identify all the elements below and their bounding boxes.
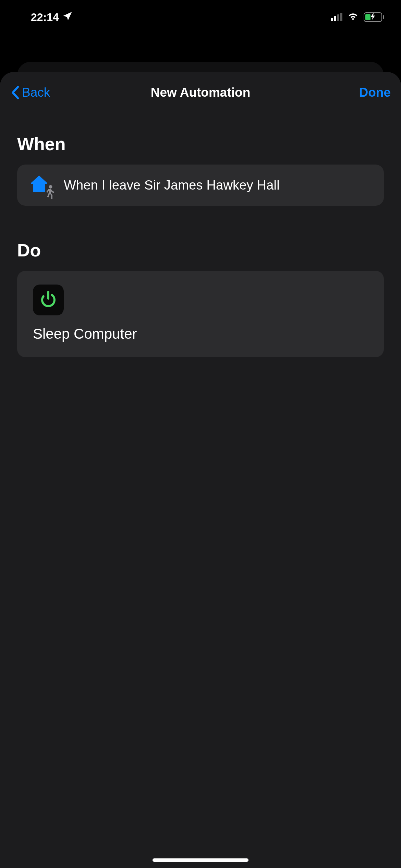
when-condition-row[interactable]: When I leave Sir James Hawkey Hall <box>17 165 384 206</box>
leave-home-icon <box>29 175 53 195</box>
chevron-left-icon <box>10 86 20 99</box>
when-section-header: When <box>17 134 384 154</box>
do-action-card[interactable]: Sleep Computer <box>17 271 384 357</box>
battery-icon <box>364 12 384 22</box>
svg-point-0 <box>49 185 52 189</box>
power-icon <box>39 290 58 310</box>
do-section-header: Do <box>17 240 384 261</box>
status-left: 22:14 <box>31 11 73 24</box>
cellular-signal-icon <box>331 13 342 21</box>
page-title: New Automation <box>0 85 401 100</box>
status-right <box>331 10 384 24</box>
status-time: 22:14 <box>31 11 59 24</box>
modal-sheet: Back New Automation Done When W <box>0 72 401 868</box>
content: When When I leave Sir James Hawkey Hall … <box>0 113 401 357</box>
action-icon-container <box>33 285 64 315</box>
battery-bolt-icon <box>370 13 375 22</box>
nav-bar: Back New Automation Done <box>0 72 401 113</box>
action-label: Sleep Computer <box>33 326 368 342</box>
location-arrow-icon <box>62 11 73 24</box>
home-indicator[interactable] <box>153 858 248 862</box>
back-label: Back <box>22 85 50 100</box>
back-button[interactable]: Back <box>10 85 50 100</box>
person-walking-icon <box>44 185 56 200</box>
status-bar: 22:14 <box>0 0 401 34</box>
done-button[interactable]: Done <box>359 85 391 100</box>
wifi-icon <box>347 10 359 24</box>
when-condition-text: When I leave Sir James Hawkey Hall <box>64 178 280 193</box>
